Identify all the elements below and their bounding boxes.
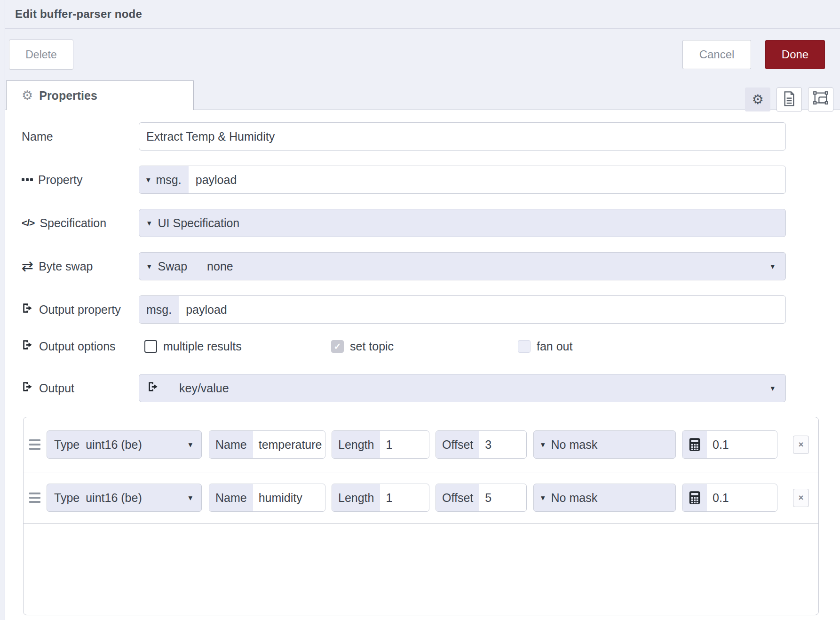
set-topic-option: ✓ set topic bbox=[331, 340, 518, 353]
item-length-input[interactable]: Length 1 bbox=[332, 430, 429, 459]
item-offset-value: 5 bbox=[479, 491, 526, 505]
set-topic-checkbox[interactable]: ✓ bbox=[331, 340, 344, 353]
row-specification: </> Specification ▾ UI Specification bbox=[22, 209, 840, 237]
set-topic-label: set topic bbox=[350, 340, 394, 353]
ellipsis-icon bbox=[22, 178, 33, 181]
swap-arrows-icon: ⇄ bbox=[22, 259, 33, 273]
row-property: Property ▾ msg. payload bbox=[22, 166, 840, 194]
tray-toolbar-buttons: ⚙ bbox=[745, 87, 833, 111]
property-type-segment[interactable]: ▾ msg. bbox=[139, 166, 189, 193]
appearance-icon bbox=[813, 91, 828, 108]
item-mask-value: No mask bbox=[551, 438, 598, 452]
delete-button[interactable]: Delete bbox=[9, 40, 73, 70]
cancel-button[interactable]: Cancel bbox=[682, 40, 751, 69]
row-name: Name Extract Temp & Humidity bbox=[22, 122, 840, 151]
specification-select[interactable]: ▾ UI Specification bbox=[139, 209, 786, 237]
remove-item-button[interactable]: × bbox=[793, 436, 809, 454]
chevron-down-icon: ▾ bbox=[770, 262, 775, 270]
remove-item-button[interactable]: × bbox=[793, 489, 809, 507]
output-value: key/value bbox=[179, 382, 229, 395]
tray-header: Edit buffer-parser node bbox=[5, 0, 840, 29]
done-button[interactable]: Done bbox=[765, 40, 825, 69]
code-icon: </> bbox=[22, 217, 34, 229]
fan-out-checkbox[interactable]: ✓ bbox=[518, 340, 531, 353]
item-type-select[interactable]: Type uint16 (be) ▾ bbox=[47, 484, 202, 512]
item-row: Type uint16 (be) ▾ Name temperature Leng… bbox=[24, 417, 818, 472]
edit-node-tray: Edit buffer-parser node Delete Cancel Do… bbox=[5, 0, 840, 620]
item-type-select[interactable]: Type uint16 (be) ▾ bbox=[47, 430, 202, 459]
calculator-icon bbox=[682, 484, 707, 511]
name-input[interactable]: Extract Temp & Humidity bbox=[139, 122, 786, 151]
output-property-input[interactable]: msg. payload bbox=[139, 295, 786, 324]
item-length-value: 1 bbox=[380, 438, 429, 452]
name-value: Extract Temp & Humidity bbox=[139, 130, 275, 143]
tab-properties[interactable]: ⚙ Properties bbox=[6, 80, 194, 110]
item-name-value: temperature bbox=[253, 438, 325, 452]
property-input[interactable]: ▾ msg. payload bbox=[139, 166, 786, 194]
item-name-input[interactable]: Name humidity bbox=[209, 484, 325, 512]
item-name-input[interactable]: Name temperature bbox=[209, 430, 325, 459]
output-property-value: payload bbox=[179, 303, 227, 317]
item-name-value: humidity bbox=[253, 491, 325, 505]
row-output-options: Output options ✓ multiple results ✓ set … bbox=[22, 339, 840, 354]
tray-tabbar: ⚙ Properties ⚙ bbox=[5, 80, 840, 110]
sign-out-icon bbox=[22, 381, 34, 396]
row-output-property: Output property msg. payload bbox=[22, 295, 840, 324]
property-prefix: msg. bbox=[156, 173, 182, 187]
chevron-down-icon: ▾ bbox=[541, 494, 545, 502]
item-type-value: uint16 (be) bbox=[86, 491, 142, 505]
property-label: Property bbox=[22, 173, 139, 187]
sign-out-icon bbox=[22, 302, 34, 317]
item-mask-select[interactable]: ▾ No mask bbox=[533, 484, 676, 512]
properties-view-button[interactable]: ⚙ bbox=[745, 87, 770, 111]
output-select[interactable]: key/value ▾ bbox=[139, 374, 786, 402]
multiple-results-checkbox[interactable]: ✓ bbox=[144, 340, 157, 353]
item-offset-input[interactable]: Offset 3 bbox=[436, 430, 527, 459]
drag-handle-icon[interactable] bbox=[29, 439, 40, 450]
byte-swap-value: none bbox=[207, 260, 233, 273]
multiple-results-label: multiple results bbox=[163, 340, 242, 353]
item-row: Type uint16 (be) ▾ Name humidity Length … bbox=[24, 472, 818, 524]
byte-swap-select[interactable]: ▾ Swap none ▾ bbox=[139, 252, 786, 280]
gear-icon: ⚙ bbox=[22, 89, 33, 102]
chevron-down-icon: ▾ bbox=[770, 384, 775, 392]
chevron-down-icon: ▾ bbox=[188, 494, 192, 502]
byte-swap-label: ⇄ Byte swap bbox=[22, 259, 139, 273]
item-type-value: uint16 (be) bbox=[86, 438, 142, 452]
chevron-down-icon: ▾ bbox=[146, 176, 151, 184]
chevron-down-icon: ▾ bbox=[541, 441, 545, 449]
item-scale-input[interactable]: 0.1 bbox=[682, 430, 777, 459]
tray-body: Name Extract Temp & Humidity Property ▾ … bbox=[5, 110, 840, 620]
item-length-value: 1 bbox=[380, 491, 429, 505]
chevron-down-icon: ▾ bbox=[147, 219, 151, 227]
fan-out-option: ✓ fan out bbox=[518, 340, 705, 353]
tray-toolbar: Delete Cancel Done bbox=[5, 29, 840, 80]
multiple-results-option: ✓ multiple results bbox=[144, 340, 331, 353]
sign-out-icon bbox=[147, 381, 159, 396]
appearance-view-button[interactable] bbox=[808, 87, 833, 111]
output-options-label: Output options bbox=[22, 339, 139, 354]
item-scale-value: 0.1 bbox=[707, 491, 777, 505]
item-scale-input[interactable]: 0.1 bbox=[682, 484, 777, 512]
specification-label: </> Specification bbox=[22, 216, 139, 230]
description-view-button[interactable] bbox=[777, 87, 802, 111]
specification-value: UI Specification bbox=[158, 216, 240, 230]
item-length-input[interactable]: Length 1 bbox=[332, 484, 429, 512]
row-byte-swap: ⇄ Byte swap ▾ Swap none ▾ bbox=[22, 252, 840, 280]
swap-label: Swap bbox=[158, 260, 188, 273]
row-output: Output key/value ▾ bbox=[22, 374, 840, 402]
item-scale-value: 0.1 bbox=[707, 438, 777, 452]
dialog-title: Edit buffer-parser node bbox=[15, 8, 142, 21]
property-value: payload bbox=[189, 173, 237, 187]
document-icon bbox=[783, 91, 796, 108]
items-list: Type uint16 (be) ▾ Name temperature Leng… bbox=[23, 417, 819, 615]
output-property-prefix: msg. bbox=[146, 303, 172, 317]
chevron-down-icon: ▾ bbox=[188, 441, 192, 449]
fan-out-label: fan out bbox=[537, 340, 572, 353]
item-offset-input[interactable]: Offset 5 bbox=[436, 484, 527, 512]
sign-out-icon bbox=[22, 339, 34, 354]
drag-handle-icon[interactable] bbox=[29, 493, 40, 503]
gear-icon: ⚙ bbox=[752, 93, 763, 106]
name-label: Name bbox=[22, 130, 139, 143]
item-mask-select[interactable]: ▾ No mask bbox=[533, 430, 676, 459]
